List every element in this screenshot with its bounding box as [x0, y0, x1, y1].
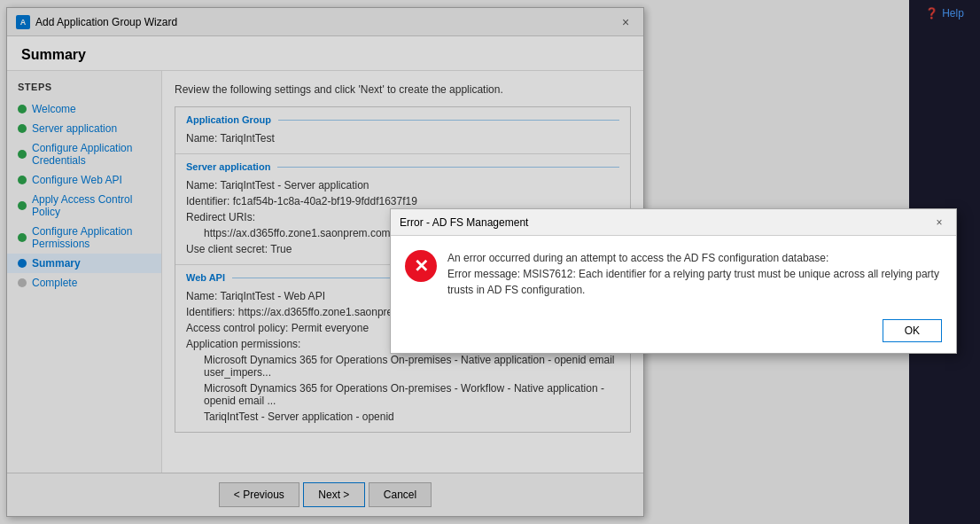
error-title: Error - AD FS Management [400, 216, 528, 229]
error-dialog: Error - AD FS Management × ✕ An error oc… [390, 208, 957, 354]
error-icon-container: ✕ [405, 250, 437, 282]
error-close-button[interactable]: × [931, 215, 947, 231]
error-footer: OK [391, 312, 956, 353]
error-message-line2: Error message: MSIS7612: Each identifier… [447, 268, 939, 296]
error-icon: ✕ [405, 250, 437, 282]
error-ok-button[interactable]: OK [883, 319, 942, 342]
error-body: ✕ An error occurred during an attempt to… [391, 236, 956, 312]
error-message-line1: An error occurred during an attempt to a… [447, 252, 828, 264]
error-message-text: An error occurred during an attempt to a… [447, 250, 942, 298]
error-title-bar: Error - AD FS Management × [391, 209, 956, 236]
